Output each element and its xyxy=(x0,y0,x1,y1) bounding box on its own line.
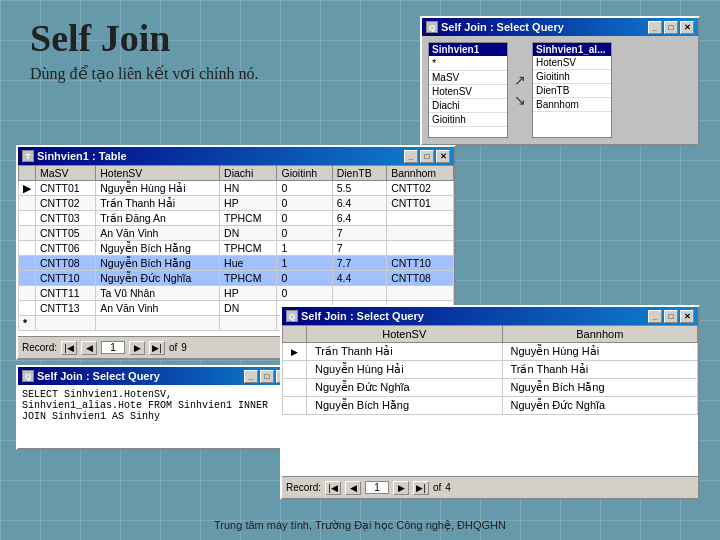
cell: TPHCM xyxy=(220,241,277,256)
row-indicator xyxy=(19,271,36,286)
cell: 4.4 xyxy=(332,271,386,286)
last-record-button[interactable]: ▶| xyxy=(149,341,165,355)
sql-maximize-button[interactable]: □ xyxy=(260,370,274,383)
result-total: 4 xyxy=(445,482,451,493)
cell: HP xyxy=(220,196,277,211)
result-footer: Record: |◀ ◀ 1 ▶ ▶| of 4 xyxy=(282,476,698,498)
cell: 7 xyxy=(332,226,386,241)
row-indicator xyxy=(19,241,36,256)
result-titlebar: Q Self Join : Select Query _ □ ✕ xyxy=(282,307,698,325)
table-row: CNTT06Nguyễn Bích HằngTPHCM17 xyxy=(19,241,454,256)
first-record-button[interactable]: |◀ xyxy=(61,341,77,355)
cell: 1 xyxy=(277,256,332,271)
table-row: CNTT08Nguyễn Bích HằngHue17.7CNTT10 xyxy=(19,256,454,271)
result-cell: Nguyễn Hùng Hải xyxy=(502,343,698,361)
result-first-record-button[interactable]: |◀ xyxy=(325,481,341,495)
result-header-row: HotenSV Bannhom xyxy=(283,326,698,343)
result-title: Self Join : Select Query xyxy=(301,310,424,322)
cell: TPHCM xyxy=(220,211,277,226)
cell: TPHCM xyxy=(220,271,277,286)
minimize-button[interactable]: _ xyxy=(648,21,662,34)
result-prev-record-button[interactable]: ◀ xyxy=(345,481,361,495)
cell: 6.4 xyxy=(332,196,386,211)
row-indicator xyxy=(19,286,36,301)
result-minimize-button[interactable]: _ xyxy=(648,310,662,323)
total-records-label: of xyxy=(169,342,177,353)
table-row: CNTT10Nguyễn Đức NghĩaTPHCM04.4CNTT08 xyxy=(19,271,454,286)
col-dientb: DienTB xyxy=(332,166,386,181)
cell: DN xyxy=(220,301,277,316)
row-indicator xyxy=(19,256,36,271)
footer-text: Trung tâm máy tính, Trường Đại học Công … xyxy=(214,519,506,531)
cell xyxy=(387,286,454,301)
cell: CNTT03 xyxy=(36,211,96,226)
slide: Self Join Dùng để tạo liên kết vơi chính… xyxy=(0,0,720,540)
result-col-indicator xyxy=(283,326,307,343)
cell: CNTT10 xyxy=(387,256,454,271)
cell: CNTT02 xyxy=(36,196,96,211)
prev-record-button[interactable]: ◀ xyxy=(81,341,97,355)
sql-titlebar: Q Self Join : Select Query _ □ ✕ xyxy=(18,367,294,385)
result-controls[interactable]: _ □ ✕ xyxy=(648,310,694,323)
cell: 6.4 xyxy=(332,211,386,226)
title-section: Self Join Dùng để tạo liên kết vơi chính… xyxy=(30,18,258,83)
result-last-record-button[interactable]: ▶| xyxy=(413,481,429,495)
qd-field2-gioitinh: Gioitinh xyxy=(533,70,611,84)
next-record-button[interactable]: ▶ xyxy=(129,341,145,355)
cell: CNTT11 xyxy=(36,286,96,301)
qd-field2-bannhom: Bannhom xyxy=(533,98,611,112)
cell: HP xyxy=(220,286,277,301)
result-close-button[interactable]: ✕ xyxy=(680,310,694,323)
result-row: Nguyễn Đức NghĩaNguyễn Bích Hằng xyxy=(283,379,698,397)
result-next-record-button[interactable]: ▶ xyxy=(393,481,409,495)
table-close-button[interactable]: ✕ xyxy=(436,150,450,163)
cell: CNTT05 xyxy=(36,226,96,241)
result-row-indicator xyxy=(283,379,307,397)
cell xyxy=(387,241,454,256)
query-designer-window: Q Self Join : Select Query _ □ ✕ Sinhvie… xyxy=(420,16,700,146)
maximize-button[interactable]: □ xyxy=(664,21,678,34)
table-controls[interactable]: _ □ ✕ xyxy=(404,150,450,163)
result-cell: Nguyễn Đức Nghĩa xyxy=(307,379,503,397)
qd-field-star: * xyxy=(429,56,507,71)
table-row: CNTT05An Văn VinhDN07 xyxy=(19,226,454,241)
cell: CNTT08 xyxy=(387,271,454,286)
qd-field2-dientb: DienTB xyxy=(533,84,611,98)
qd-field-gioitinh: Gioitinh xyxy=(429,113,507,127)
row-indicator xyxy=(19,301,36,316)
result-total-label: of xyxy=(433,482,441,493)
cell: Trần Đăng An xyxy=(96,211,220,226)
row-indicator xyxy=(19,226,36,241)
result-cell: Trần Thanh Hải xyxy=(502,361,698,379)
result-row: ▶Trần Thanh HảiNguyễn Hùng Hải xyxy=(283,343,698,361)
sql-icon: Q xyxy=(22,370,34,382)
sql-minimize-button[interactable]: _ xyxy=(244,370,258,383)
cell: CNTT10 xyxy=(36,271,96,286)
current-record[interactable]: 1 xyxy=(101,341,125,354)
result-col-hotensv: HotenSV xyxy=(307,326,503,343)
qd-field-hotensv: HotenSV xyxy=(429,85,507,99)
row-indicator xyxy=(19,211,36,226)
table-minimize-button[interactable]: _ xyxy=(404,150,418,163)
cell: 7.7 xyxy=(332,256,386,271)
query-designer-controls[interactable]: _ □ ✕ xyxy=(648,21,694,34)
footer: Trung tâm máy tính, Trường Đại học Công … xyxy=(0,519,720,532)
result-current-record[interactable]: 1 xyxy=(365,481,389,494)
result-maximize-button[interactable]: □ xyxy=(664,310,678,323)
table-maximize-button[interactable]: □ xyxy=(420,150,434,163)
result-row-indicator xyxy=(283,397,307,415)
cell: 7 xyxy=(332,241,386,256)
table-icon: T xyxy=(22,150,34,162)
cell: Hue xyxy=(220,256,277,271)
result-row-indicator: ▶ xyxy=(283,343,307,361)
table-header-row: MaSV HotenSV Diachi Gioitinh DienTB Bann… xyxy=(19,166,454,181)
result-row-indicator xyxy=(283,361,307,379)
cell: 0 xyxy=(277,181,332,196)
cell: An Văn Vinh xyxy=(96,226,220,241)
cell xyxy=(387,211,454,226)
table-row: CNTT11Ta Vũ NhânHP0 xyxy=(19,286,454,301)
cell: Nguyễn Bích Hằng xyxy=(96,241,220,256)
close-button[interactable]: ✕ xyxy=(680,21,694,34)
cell xyxy=(387,226,454,241)
cell xyxy=(36,316,96,331)
